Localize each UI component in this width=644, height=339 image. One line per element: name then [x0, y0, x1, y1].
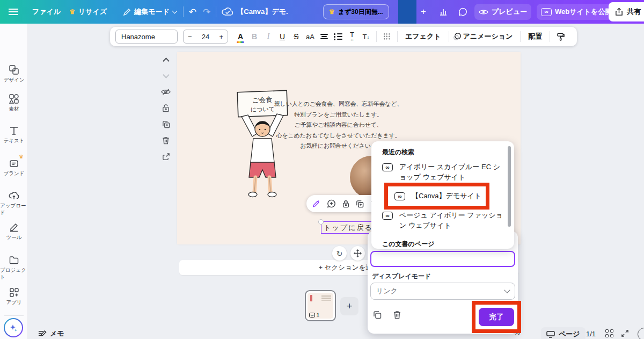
- fullscreen-button[interactable]: [621, 329, 629, 339]
- hide-button[interactable]: [161, 84, 171, 100]
- animate-label[interactable]: アニメーション: [462, 32, 517, 41]
- redo-button[interactable]: ↷: [200, 4, 214, 20]
- move-up-button[interactable]: [164, 52, 169, 68]
- sidebar-item-apps[interactable]: アプリ: [0, 287, 28, 306]
- trial-label: まず30日間無...: [338, 8, 383, 17]
- underline-button[interactable]: U: [275, 29, 289, 44]
- trial-button[interactable]: ♛ まず30日間無...: [323, 4, 389, 19]
- font-size-increase[interactable]: +: [219, 33, 223, 41]
- sidebar-item-projects[interactable]: プロジェクト: [0, 255, 28, 281]
- scrollbar[interactable]: [508, 146, 511, 227]
- lock-icon[interactable]: [342, 200, 349, 208]
- share-icon: [615, 8, 623, 16]
- sidebar-item-uploads[interactable]: アップロード: [0, 190, 28, 217]
- pages-view-button[interactable]: ページ: [541, 327, 586, 339]
- move-page-button[interactable]: [350, 246, 365, 261]
- font-name: Hanazome: [121, 33, 155, 41]
- text-align-button[interactable]: [317, 29, 331, 44]
- publish-website-button[interactable]: ∞ Webサイトを公開: [537, 4, 616, 20]
- comment-add-icon[interactable]: [327, 199, 336, 208]
- animate-button[interactable]: [452, 29, 462, 44]
- duplicate-icon[interactable]: [373, 311, 382, 319]
- sidebar-item-tools[interactable]: ツール: [0, 222, 28, 241]
- magic-edit-icon[interactable]: [312, 199, 320, 208]
- display-mode-select[interactable]: リンク: [370, 283, 515, 300]
- page-indicator: 1/1: [586, 330, 596, 338]
- file-menu-button[interactable]: ファイル: [28, 4, 65, 20]
- preview-button[interactable]: プレビュー: [474, 4, 531, 20]
- recent-search-item[interactable]: ∞ アイボリー スカイブルー EC ショップ ウェブサイト: [382, 162, 504, 182]
- effects-button[interactable]: エフェクト: [401, 32, 445, 41]
- undo-button[interactable]: ↶: [186, 4, 200, 20]
- letter-spacing-icon: T↔: [350, 32, 355, 41]
- document-title[interactable]: 【Canva】デモ...: [237, 7, 288, 17]
- chevron-down-icon: [172, 9, 177, 14]
- comments-button[interactable]: [454, 4, 472, 19]
- share-label: 共有: [627, 7, 641, 17]
- lock-button[interactable]: [162, 100, 170, 116]
- insights-button[interactable]: [435, 4, 452, 19]
- main-menu-button[interactable]: [4, 5, 23, 18]
- sidebar-item-brand[interactable]: ♛ ブランド: [0, 158, 28, 177]
- website-icon: ∞: [394, 192, 405, 200]
- upload-icon: [9, 190, 19, 201]
- canva-assistant-button[interactable]: [4, 318, 23, 337]
- divider: [4, 315, 24, 316]
- chevron-down-icon: [504, 287, 510, 293]
- resize-button[interactable]: ♛ リサイズ: [65, 4, 111, 20]
- move-down-button[interactable]: [164, 68, 169, 84]
- apps-icon: [9, 287, 19, 298]
- grid-view-button[interactable]: [605, 329, 613, 337]
- position-button[interactable]: 配置: [524, 32, 546, 41]
- plus-icon: +: [346, 300, 352, 312]
- pages-icon: [546, 331, 555, 338]
- font-size-value[interactable]: 24: [202, 33, 209, 41]
- vertical-text-button[interactable]: T↓: [359, 29, 373, 44]
- list-button[interactable]: [331, 29, 345, 44]
- add-button[interactable]: +: [418, 4, 429, 19]
- rotate-page-button[interactable]: ↻: [332, 246, 347, 261]
- copy-style-button[interactable]: [553, 29, 567, 44]
- selected-text-element[interactable]: トップに戻る: [321, 221, 376, 234]
- strikethrough-button[interactable]: S: [289, 29, 303, 44]
- recent-search-item-highlighted[interactable]: 【Canva】デモサイト: [412, 191, 481, 201]
- font-family-select[interactable]: Hanazome: [115, 30, 178, 44]
- add-page-button[interactable]: +: [340, 297, 358, 315]
- highlight-annotation-canva-demo[interactable]: ∞ 【Canva】デモサイト: [384, 183, 489, 210]
- format-toolbar: Hanazome − 24 + A B I U S aA T↔ T↓ エフェクト…: [110, 27, 577, 46]
- duplicate-button[interactable]: [162, 116, 170, 132]
- text-color-A: A: [238, 32, 243, 41]
- vertical-text-icon: T↓: [363, 33, 370, 41]
- delete-button[interactable]: [162, 132, 170, 148]
- lock-icon: [162, 104, 170, 112]
- hamburger-icon: [9, 9, 18, 15]
- align-center-icon: [320, 33, 328, 40]
- trash-icon[interactable]: [393, 311, 401, 319]
- page-thumbnail[interactable]: ∞ 1: [305, 290, 336, 321]
- font-size-decrease[interactable]: −: [188, 33, 192, 41]
- help-button[interactable]: [638, 328, 644, 339]
- recent-search-item[interactable]: ∞ ベージュ アイボリー ファッション ウェブサイト: [382, 210, 504, 230]
- canva-editor: ファイル ♛ リサイズ 編集モード ↶ ↷ 【Canva】デモ... ♛ まず3…: [0, 0, 644, 339]
- folder-icon: [9, 255, 19, 265]
- edit-mode-button[interactable]: 編集モード: [119, 4, 181, 20]
- duplicate-icon: [162, 120, 170, 128]
- memo-button[interactable]: メモ: [38, 329, 64, 338]
- sidebar-item-elements[interactable]: 素材: [0, 93, 28, 113]
- bold-button[interactable]: B: [247, 29, 261, 44]
- highlight-annotation-done: 完了: [472, 301, 521, 333]
- font-size-stepper: − 24 +: [183, 30, 228, 44]
- link-search-input[interactable]: [370, 251, 515, 267]
- transparency-button[interactable]: [380, 29, 394, 44]
- done-button[interactable]: 完了: [479, 308, 514, 326]
- letter-spacing-button[interactable]: T↔: [345, 29, 359, 44]
- italic-button[interactable]: I: [261, 29, 275, 44]
- sidebar-item-text[interactable]: テキスト: [0, 125, 28, 145]
- duplicate-icon[interactable]: [356, 200, 364, 208]
- export-button[interactable]: [162, 148, 170, 164]
- text-case-button[interactable]: aA: [303, 29, 317, 44]
- sidebar-item-design[interactable]: デザイン: [0, 64, 28, 84]
- text-color-button[interactable]: A: [233, 29, 247, 44]
- share-button[interactable]: 共有: [609, 2, 644, 21]
- selection-handle[interactable]: [318, 219, 324, 225]
